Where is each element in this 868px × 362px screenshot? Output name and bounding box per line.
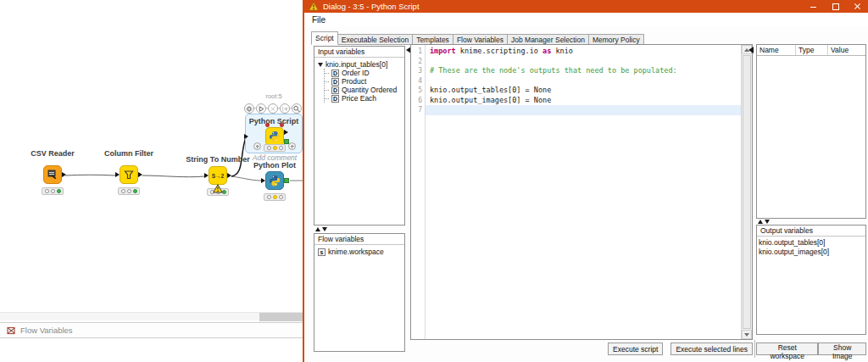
code-area[interactable]: import knime.scripting.io as knio # Thes… [426, 45, 741, 339]
double-type-icon: D [331, 78, 339, 86]
splitter-up-icon[interactable] [315, 227, 320, 231]
output-variables-header: Output variables [757, 226, 865, 237]
scroll-down-icon[interactable] [742, 330, 752, 339]
splitter-down-icon[interactable] [322, 227, 327, 231]
flow-variable-label: knime.workspace [328, 248, 384, 256]
right-horizontal-splitter[interactable] [758, 220, 770, 224]
node-python-plot[interactable] [265, 171, 284, 190]
tree-children: D Order ID D Product D Quantity Ordered … [324, 69, 404, 103]
column-header-name[interactable]: Name [757, 45, 796, 55]
workflow-canvas[interactable]: CSV Reader Column Filter [0, 0, 303, 362]
flow-variables-icon [7, 326, 16, 335]
input-port[interactable] [204, 173, 209, 178]
line-number: 2 [411, 57, 422, 67]
left-horizontal-splitter[interactable] [315, 227, 327, 231]
table-output-port[interactable] [284, 130, 288, 135]
execute-script-button[interactable]: Execute script [608, 343, 663, 355]
cancel-button[interactable] [268, 103, 278, 114]
menu-file[interactable]: File [304, 15, 333, 25]
screen: CSV Reader Column Filter [0, 0, 868, 362]
input-port[interactable] [115, 172, 120, 177]
tree-item-quantity-ordered[interactable]: D Quantity Ordered [325, 86, 404, 94]
line-number: 4 [411, 76, 422, 86]
open-view-button[interactable] [292, 103, 302, 114]
status-dot [267, 146, 271, 150]
splitter-down-icon[interactable] [765, 220, 770, 224]
maximize-icon[interactable] [832, 3, 839, 10]
code-line-2 [426, 57, 741, 67]
script-editor[interactable]: 1 2 3 4 5 6 7 import knime.scripting.io … [410, 44, 753, 340]
tree-root-input-tables[interactable]: knio.input_tables[0] [318, 60, 404, 69]
node-status-csv-reader [42, 187, 64, 195]
image-output-port[interactable] [284, 178, 289, 183]
status-dot [127, 189, 131, 193]
flow-variables-panel: Flow variables s knime.workspace [314, 233, 405, 352]
execute-button[interactable] [256, 103, 266, 114]
execute-selected-lines-button[interactable]: Execute selected lines [670, 343, 753, 355]
reset-workspace-button[interactable]: Reset workspace [756, 343, 818, 355]
csv-file-icon [47, 170, 58, 181]
column-header-type[interactable]: Type [796, 45, 828, 55]
node-label-python-script: Python Script [236, 117, 312, 125]
output-variable-tables[interactable]: knio.output_tables[0] [759, 238, 865, 248]
warning-icon [309, 2, 319, 11]
tree-item-product[interactable]: D Product [325, 77, 404, 86]
tree-item-price-each[interactable]: D Price Each [325, 94, 404, 103]
code-line-3: # These are the node's outputs that need… [426, 66, 741, 76]
cancel-x-icon [269, 104, 277, 114]
close-icon[interactable] [854, 3, 861, 10]
status-dot-green [57, 189, 61, 193]
canvas-scrollbar-thumb[interactable] [259, 313, 303, 321]
output-port[interactable] [62, 172, 66, 177]
tree-item-order-id[interactable]: D Order ID [325, 69, 404, 77]
code-line-1: import knime.scripting.io as knio [426, 47, 741, 57]
dialog-titlebar[interactable]: Dialog - 3:5 - Python Script [303, 0, 868, 13]
input-variables-header: Input variables [314, 47, 404, 58]
splitter-collapse-right-icon[interactable] [748, 47, 754, 53]
tab-executable-selection[interactable]: Executable Selection [338, 34, 413, 45]
dialog-menubar: File [304, 13, 868, 27]
output-variable-images[interactable]: knio.output_images[0] [759, 248, 865, 257]
node-label-python-plot: Python Plot [236, 161, 313, 170]
column-header-value[interactable]: Value [828, 45, 865, 55]
line-number: 3 [411, 66, 422, 76]
node-python-script[interactable] [265, 127, 284, 146]
status-dot-green [133, 189, 137, 193]
editor-vertical-scrollbar[interactable] [741, 45, 752, 339]
reset-button[interactable] [280, 103, 290, 114]
status-dot [279, 146, 283, 150]
tree-item-label: Quantity Ordered [342, 86, 397, 94]
node-status-column-filter [118, 187, 140, 195]
configure-button[interactable] [244, 103, 254, 114]
node-selection-box[interactable]: Python Script [245, 114, 303, 153]
tree-expander-icon[interactable] [318, 63, 323, 67]
connection-s2n-to-plot [231, 176, 261, 181]
flow-variables-view-label: Flow Variables [20, 326, 73, 335]
status-dot-yellow [273, 146, 277, 150]
node-column-filter[interactable] [120, 165, 138, 184]
node-string-to-number[interactable]: S→2 [209, 166, 227, 185]
canvas-horizontal-scrollbar[interactable] [0, 312, 303, 320]
tab-script[interactable]: Script [311, 31, 338, 45]
node-csv-reader[interactable] [43, 165, 62, 184]
show-image-button[interactable]: Show Image [818, 343, 866, 355]
keyword-as: as [542, 47, 551, 55]
output-port[interactable] [138, 172, 142, 177]
add-port-right-button[interactable] [288, 142, 296, 150]
add-port-left-button[interactable] [253, 142, 261, 150]
python-logo-icon [269, 131, 281, 142]
splitter-up-icon[interactable] [758, 220, 763, 224]
code-text: knime.scripting.io [456, 47, 542, 55]
status-dot [51, 189, 55, 193]
python-logo-icon [269, 175, 281, 187]
output-port[interactable] [227, 173, 231, 178]
input-port[interactable] [261, 178, 265, 183]
input-port[interactable] [244, 134, 248, 139]
flow-variable-knime-workspace[interactable]: s knime.workspace [318, 248, 404, 256]
workspace-variables-table: Name Type Value [756, 44, 866, 219]
connection-filter-to-s2n [142, 175, 204, 177]
minimize-icon[interactable] [810, 3, 817, 10]
editor-scrollbar-thumb[interactable] [743, 55, 751, 329]
code-text: knio [551, 47, 573, 55]
flow-variables-view-header[interactable]: Flow Variables [0, 322, 303, 338]
